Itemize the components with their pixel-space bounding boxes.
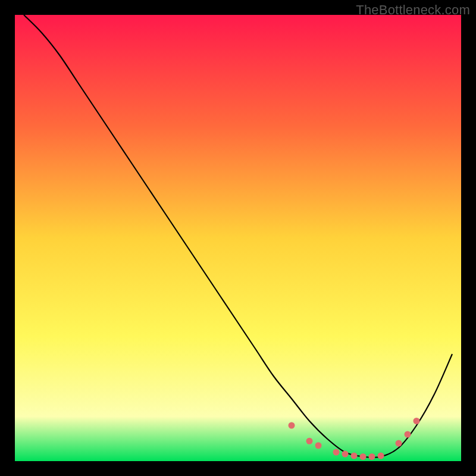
marker-dot — [315, 442, 322, 449]
marker-dot — [342, 451, 349, 458]
gradient-background — [15, 15, 461, 461]
marker-dot — [369, 453, 375, 460]
marker-dot — [378, 453, 384, 459]
marker-dot — [289, 422, 295, 429]
marker-dot — [333, 449, 340, 456]
chart-frame: TheBottleneck.com — [0, 0, 476, 476]
chart-svg — [15, 15, 461, 461]
marker-dot — [351, 453, 358, 459]
plot-area — [15, 15, 461, 461]
marker-dot — [414, 418, 420, 424]
marker-dot — [360, 453, 367, 460]
marker-dot — [405, 431, 411, 438]
marker-dot — [396, 440, 402, 447]
marker-dot — [306, 438, 313, 444]
